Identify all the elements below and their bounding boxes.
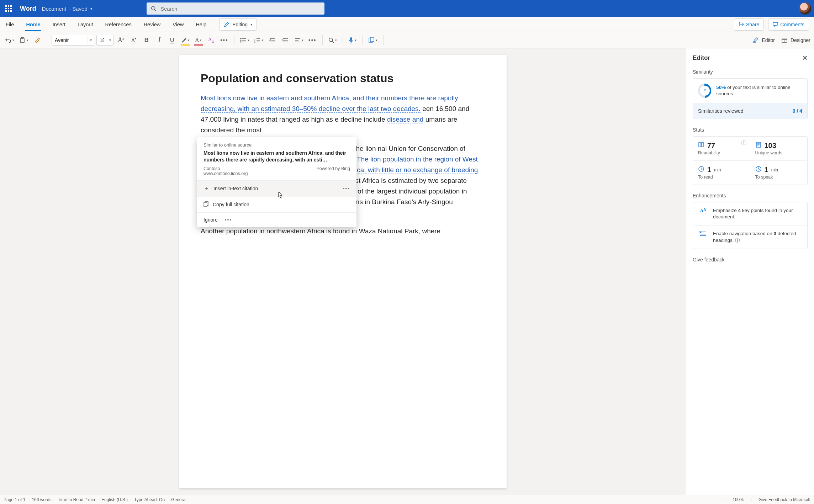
status-time-to-read[interactable]: Time to Read: 1min [58,497,95,502]
more-options-icon[interactable]: ••• [225,217,232,223]
status-page[interactable]: Page 1 of 1 [4,497,25,502]
zoom-in-button[interactable]: + [748,497,754,503]
search-box[interactable] [147,2,324,15]
status-general[interactable]: General [171,497,186,502]
ignore-label: Ignore [204,217,218,223]
undo-button[interactable]: ▾ [4,34,16,46]
stats-label: Stats [693,127,808,133]
feedback-label: Give feedback [693,257,808,262]
stats-section: Stats i 77 Readability 103 Unique words … [686,126,814,191]
share-button[interactable]: Share [734,18,764,31]
find-button[interactable]: ▾ [327,34,338,46]
status-words[interactable]: 166 words [32,497,51,502]
dictate-button[interactable]: ▾ [347,34,358,46]
paragraph-3: Another population in northwestern Afric… [201,226,481,237]
svg-rect-1 [8,5,9,7]
svg-rect-5 [10,8,12,9]
copy-citation-item[interactable]: Copy full citation [197,197,356,212]
more-font-button[interactable]: ••• [219,34,230,46]
enhancement-emphasize[interactable]: AA Emphasize 4 key points found in your … [693,202,807,225]
tab-help[interactable]: Help [195,18,207,31]
stat-to-read[interactable]: 1min To read [693,161,750,185]
clear-formatting-button[interactable]: A⊘ [206,34,217,46]
status-language[interactable]: English (U.S.) [101,497,128,502]
tab-view[interactable]: View [172,18,184,31]
similarity-section: Similarity ” 50% of your text is similar… [686,68,814,126]
editing-mode-button[interactable]: Editing ▾ [219,18,257,31]
app-name: Word [20,5,36,12]
shrink-font-button[interactable]: A▾ [128,34,139,46]
user-avatar[interactable] [799,2,811,15]
font-name-input[interactable] [52,35,88,45]
feedback-section: Give feedback [686,255,814,272]
enhancement-navigation[interactable]: Enable navigation based on 3 detected he… [693,225,807,248]
app-launcher-icon[interactable] [3,3,14,14]
similarity-span[interactable]: disease and [387,116,423,123]
feedback-link[interactable]: Give Feedback to Microsoft [758,497,810,502]
similarity-text: 50% of your text is similar to online so… [716,84,802,97]
font-size-box[interactable]: ▾ [96,35,113,46]
insert-citation-item[interactable]: ＋ Insert in-text citation ••• [197,180,356,197]
stat-readability[interactable]: i 77 Readability [693,137,750,161]
svg-rect-3 [5,8,7,9]
grow-font-button[interactable]: A▴ [116,34,126,46]
zoom-level[interactable]: 100% [733,497,744,502]
svg-point-16 [240,40,241,41]
svg-point-9 [151,6,155,10]
tab-file[interactable]: File [5,18,15,31]
tab-review[interactable]: Review [143,18,162,31]
numbering-button[interactable]: 123▾ [253,34,265,46]
tab-home[interactable]: Home [25,18,41,31]
app-window: Word Document - Saved ▾ File Home Insert… [0,0,814,504]
similarity-card[interactable]: ” 50% of your text is similar to online … [693,78,808,119]
enhancements-card: AA Emphasize 4 key points found in your … [693,202,808,249]
indent-button[interactable] [280,34,291,46]
align-button[interactable]: ▾ [293,34,305,46]
zoom-out-button[interactable]: − [722,497,728,503]
close-icon[interactable]: ✕ [802,54,808,62]
font-size-input[interactable] [97,35,107,45]
svg-point-35 [329,38,333,42]
comments-button[interactable]: Comments [768,18,809,31]
document-icon [755,142,762,150]
italic-button[interactable]: I [154,34,165,46]
similarity-callout: Similar to online source Most lions now … [197,137,356,227]
more-options-icon[interactable]: ••• [343,186,350,191]
font-color-button[interactable]: A ▾ [193,34,204,46]
editor-button[interactable]: Editor [752,37,775,43]
document-title-button[interactable]: Document - Saved ▾ [42,6,92,12]
document-canvas[interactable]: Population and conservation status Most … [0,48,686,495]
format-painter-button[interactable] [32,34,43,46]
highlight-color-button[interactable]: ▾ [180,34,191,46]
svg-rect-12 [21,38,24,43]
paste-button[interactable]: ▾ [18,34,30,46]
tab-insert[interactable]: Insert [52,18,66,31]
svg-rect-40 [782,38,787,42]
reuse-files-button[interactable]: ▾ [367,34,379,46]
designer-button[interactable]: Designer [781,37,810,43]
tab-references[interactable]: References [104,18,132,31]
stat-to-speak[interactable]: 1min To speak [750,161,808,185]
font-size-dropdown[interactable]: ▾ [107,35,113,45]
emphasize-icon: AA [698,207,708,220]
outdent-button[interactable] [267,34,278,46]
status-typeahead[interactable]: Type Ahead: On [134,497,165,502]
bold-button[interactable]: B [141,34,152,46]
heading-1: Population and conservation status [201,72,481,85]
svg-rect-0 [5,5,7,7]
similarities-reviewed-row[interactable]: Similarities reviewed 0 / 4 [693,103,807,119]
search-input[interactable] [160,5,320,12]
more-paragraph-button[interactable]: ••• [307,34,318,46]
callout-source: Contoso www.contoso.lions.org Powered by… [197,166,356,180]
stat-unique-words[interactable]: 103 Unique words [750,137,808,161]
font-name-box[interactable]: ▾ [52,35,94,46]
font-name-dropdown[interactable]: ▾ [88,35,94,45]
bullets-button[interactable]: ▾ [239,34,251,46]
tab-layout[interactable]: Layout [77,18,94,31]
underline-button[interactable]: U [167,34,178,46]
ignore-item[interactable]: Ignore ••• [197,212,356,227]
svg-point-14 [240,38,241,39]
similarity-span[interactable]: Most lions now live in eastern and south… [201,94,458,113]
document-name: Document [42,6,66,12]
info-icon[interactable]: i [741,140,746,145]
